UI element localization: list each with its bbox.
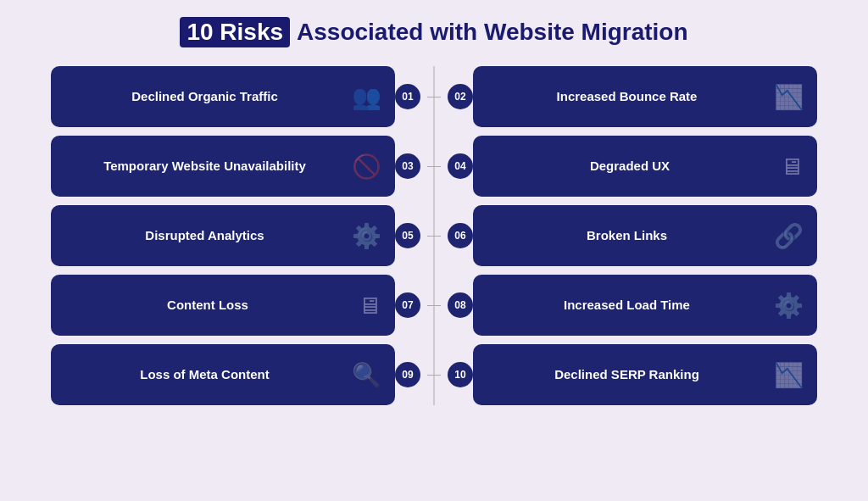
left-card-icon-0: 👥 (352, 83, 381, 111)
left-card-2: Disrupted Analytics ⚙️ (51, 205, 395, 266)
right-card-2: Broken Links 🔗 (473, 205, 817, 266)
center-col-2: 05 06 (400, 205, 468, 266)
num-left-1: 03 (395, 153, 420, 179)
left-card-text-4: Loss of Meta Content (64, 366, 345, 383)
left-card-text-1: Temporary Website Unavailability (64, 158, 345, 175)
number-pair-2: 05 06 (395, 205, 473, 266)
right-card-0: Increased Bounce Rate 📉 (473, 66, 817, 127)
num-left-0: 01 (395, 84, 420, 109)
pair-connector-4 (427, 375, 441, 376)
right-card-1: Degraded UX 🖥 (473, 136, 817, 197)
left-card-3: Content Loss 🖥 (51, 275, 395, 336)
num-left-2: 05 (395, 223, 420, 248)
title-rest: Associated with Website Migration (297, 19, 688, 46)
pair-connector-2 (427, 236, 441, 237)
center-col-4: 09 10 (400, 344, 468, 405)
num-right-4: 10 (448, 362, 473, 387)
right-card-icon-2: 🔗 (774, 222, 804, 250)
left-card-icon-3: 🖥 (358, 292, 381, 320)
num-right-2: 06 (448, 223, 473, 248)
right-card-icon-0: 📉 (774, 83, 804, 111)
center-col-0: 01 02 (400, 66, 468, 127)
left-card-1: Temporary Website Unavailability 🚫 (51, 136, 395, 197)
number-pair-0: 01 02 (395, 66, 473, 127)
num-right-0: 02 (448, 84, 473, 109)
right-card-3: Increased Load Time ⚙️ (473, 275, 817, 336)
num-right-1: 04 (448, 153, 473, 179)
left-card-icon-1: 🚫 (352, 153, 381, 181)
num-right-3: 08 (448, 292, 473, 318)
right-card-icon-1: 🖥 (780, 153, 804, 181)
right-card-icon-3: ⚙️ (774, 292, 804, 320)
pair-connector-0 (427, 97, 441, 97)
right-card-4: Declined SERP Ranking 📉 (473, 344, 817, 405)
center-col-3: 07 08 (400, 275, 468, 336)
left-card-icon-2: ⚙️ (352, 222, 381, 250)
risk-grid: Declined Organic Traffic 👥 01 02 Increas… (51, 66, 817, 405)
page-title-row: 10 Risks Associated with Website Migrati… (180, 17, 687, 47)
right-card-text-1: Degraded UX (487, 158, 773, 175)
num-left-4: 09 (395, 362, 420, 387)
number-pair-3: 07 08 (395, 275, 473, 336)
left-card-text-3: Content Loss (64, 297, 351, 314)
right-card-icon-4: 📉 (774, 361, 804, 389)
right-card-text-2: Broken Links (487, 227, 767, 244)
left-card-icon-4: 🔍 (352, 361, 381, 389)
pair-connector-3 (427, 305, 441, 306)
right-card-text-4: Declined SERP Ranking (487, 366, 767, 383)
left-card-text-0: Declined Organic Traffic (64, 88, 345, 105)
num-left-3: 07 (395, 292, 420, 318)
number-pair-4: 09 10 (395, 344, 473, 405)
right-card-text-3: Increased Load Time (487, 297, 767, 314)
title-highlight: 10 Risks (180, 17, 290, 47)
right-card-text-0: Increased Bounce Rate (487, 88, 767, 105)
pair-connector-1 (427, 166, 441, 167)
number-pair-1: 03 04 (395, 136, 473, 197)
left-card-0: Declined Organic Traffic 👥 (51, 66, 395, 127)
left-card-4: Loss of Meta Content 🔍 (51, 344, 395, 405)
center-col-1: 03 04 (400, 136, 468, 197)
left-card-text-2: Disrupted Analytics (64, 227, 345, 244)
